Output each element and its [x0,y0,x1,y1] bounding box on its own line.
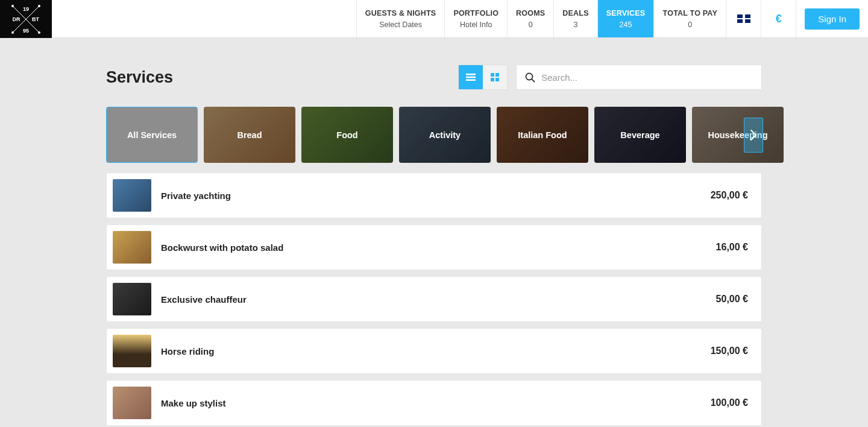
nav-item-value: 0 [516,21,545,29]
nav-item-total-to-pay[interactable]: TOTAL TO PAY0 [653,0,726,37]
nav-item-label: SERVICES [606,8,646,18]
svg-line-18 [532,79,535,82]
svg-text:95: 95 [23,28,29,34]
nav-item-deals[interactable]: DEALS3 [553,0,597,37]
search-field[interactable] [516,65,762,90]
chevron-right-icon [750,129,757,141]
service-price: 150,00 € [711,346,748,356]
nav-item-label: DEALS [562,8,588,18]
category-beverage[interactable]: Beverage [594,107,686,163]
service-thumbnail [113,283,151,315]
nav-item-label: GUESTS & NIGHTS [365,8,436,18]
category-carousel: All ServicesBreadFoodActivityItalian Foo… [106,107,762,163]
category-italian[interactable]: Italian Food [497,107,588,163]
svg-rect-11 [466,77,476,78]
view-toggle [458,65,508,90]
service-row[interactable]: Exclusive chauffeur50,00 € [106,276,762,322]
service-price: 250,00 € [711,190,748,201]
category-label: All Services [127,130,177,140]
category-house[interactable]: Housekeeping [692,107,784,163]
service-name: Private yachting [161,191,711,201]
page-title: Services [106,68,458,87]
grid-icon [489,71,501,83]
nav-item-value: Select Dates [365,21,436,29]
list-icon [465,71,477,83]
category-activity[interactable]: Activity [399,107,491,163]
category-bread[interactable]: Bread [204,107,295,163]
svg-rect-13 [491,73,494,77]
svg-text:19: 19 [23,6,29,12]
service-name: Horse riding [161,346,711,356]
service-row[interactable]: Bockwurst with potato salad16,00 € [106,224,762,270]
list-view-button[interactable] [459,65,483,89]
nav-item-portfolio[interactable]: PORTFOLIOHotel Info [444,0,507,37]
svg-text:BT: BT [32,16,39,22]
nav-item-value: 245 [606,21,646,29]
nav-item-label: ROOMS [516,8,545,18]
svg-point-5 [38,31,40,34]
svg-rect-10 [466,74,476,75]
service-price: 50,00 € [716,294,748,305]
service-price: 16,00 € [716,242,748,253]
svg-text:DR: DR [13,16,20,22]
uk-flag-icon [737,14,750,23]
svg-point-4 [11,31,14,34]
nav-item-label: PORTFOLIO [453,8,498,18]
svg-point-2 [11,5,14,7]
service-price: 100,00 € [711,397,748,408]
nav-item-value: 0 [662,21,717,29]
nav-item-guests-nights[interactable]: GUESTS & NIGHTSSelect Dates [356,0,445,37]
service-thumbnail [113,231,151,264]
service-thumbnail [113,387,151,419]
grid-view-button[interactable] [483,65,507,89]
svg-rect-12 [466,80,476,81]
service-list: Private yachting250,00 €Bockwurst with p… [106,172,762,427]
svg-rect-16 [495,78,499,81]
service-name: Exclusive chauffeur [161,294,716,305]
nav-item-value: 3 [562,21,588,29]
language-selector[interactable] [726,0,761,37]
logo[interactable]: 19 DR BT 95 [0,0,52,38]
service-thumbnail [113,179,151,212]
carousel-next-button[interactable] [744,118,763,153]
service-thumbnail [113,335,151,367]
signin-cell: Sign In [796,0,868,37]
category-food[interactable]: Food [301,107,393,163]
sign-in-button[interactable]: Sign In [805,8,860,30]
nav-item-services[interactable]: SERVICES245 [597,0,654,37]
category-label: Italian Food [518,130,567,140]
nav-item-value: Hotel Info [453,21,498,29]
category-label: Bread [237,130,262,140]
category-label: Food [336,130,357,140]
service-name: Bockwurst with potato salad [161,242,716,253]
category-label: Activity [429,130,461,140]
category-all[interactable]: All Services [106,107,198,163]
search-icon [525,72,535,83]
service-row[interactable]: Horse riding150,00 € [106,328,762,374]
nav-item-label: TOTAL TO PAY [662,8,717,18]
service-row[interactable]: Private yachting250,00 € [106,172,762,218]
svg-point-3 [38,5,40,7]
nav-item-rooms[interactable]: ROOMS0 [507,0,553,37]
currency-symbol: € [776,13,782,25]
svg-rect-14 [495,73,499,77]
category-label: Beverage [620,130,659,140]
main: Services [106,38,762,427]
header: 19 DR BT 95 GUESTS & NIGHTSSelect DatesP… [0,0,868,38]
search-input[interactable] [541,72,753,83]
svg-rect-15 [491,78,494,81]
title-row: Services [106,65,762,90]
currency-selector[interactable]: € [761,0,796,37]
service-row[interactable]: Make up stylist100,00 € [106,380,762,426]
service-name: Make up stylist [161,398,711,408]
